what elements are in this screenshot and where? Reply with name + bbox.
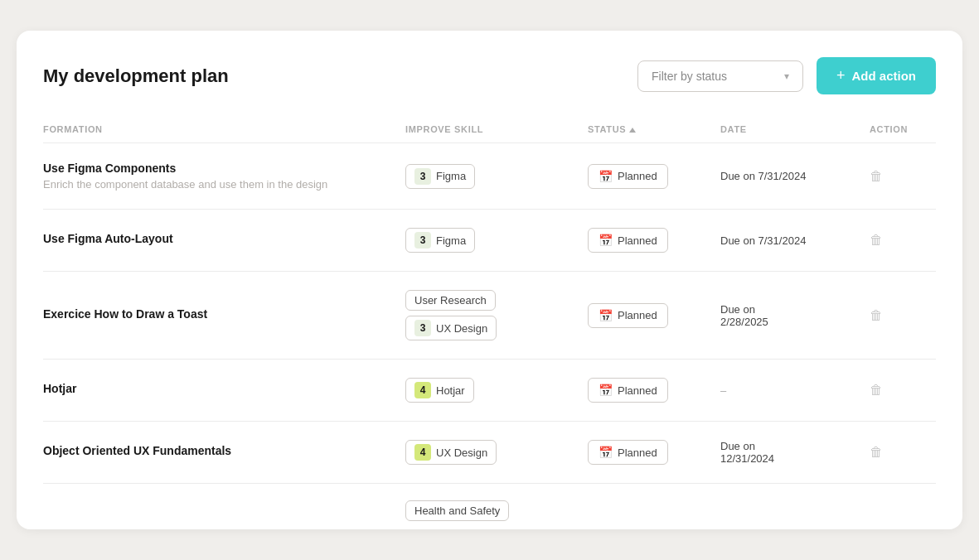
calendar-icon: 📅 xyxy=(599,446,613,459)
status-cell: 📅 Planned xyxy=(588,378,720,403)
page-title: My development plan xyxy=(43,65,229,87)
skill-level: 3 xyxy=(414,232,431,249)
skill-tags: 3 Figma xyxy=(405,228,588,253)
add-action-button[interactable]: + Add action xyxy=(817,57,936,94)
skill-tag: 3 Figma xyxy=(405,228,475,253)
table-row: Exercice How to Draw a Toast User Resear… xyxy=(43,272,936,360)
skill-name: Figma xyxy=(436,234,466,247)
formation-cell: Object Oriented UX Fundamentals xyxy=(43,444,405,461)
date-cell: Due on 7/31/2024 xyxy=(720,170,870,182)
skill-tag: 3 UX Design xyxy=(405,316,497,340)
status-label: Planned xyxy=(618,447,657,459)
formation-cell: Exercice How to Draw a Toast xyxy=(43,307,405,324)
status-label: Planned xyxy=(618,309,657,321)
delete-button[interactable]: 🗑 xyxy=(870,445,883,460)
skill-name: UX Design xyxy=(436,322,487,335)
delete-button[interactable]: 🗑 xyxy=(870,233,883,248)
page-header: My development plan Filter by status ▾ +… xyxy=(43,57,936,94)
status-badge: 📅 Planned xyxy=(588,228,668,253)
action-cell: 🗑 xyxy=(870,169,936,184)
date-cell: Due on12/31/2024 xyxy=(720,440,870,465)
status-badge: 📅 Planned xyxy=(588,303,668,328)
add-action-label: Add action xyxy=(852,69,917,83)
calendar-icon: 📅 xyxy=(599,384,613,397)
skill-level: 4 xyxy=(414,444,431,461)
skill-name: Hotjar xyxy=(436,384,465,397)
formation-cell: Use Figma Auto-Layout xyxy=(43,232,405,249)
date-cell: – xyxy=(720,384,870,397)
status-label: Planned xyxy=(618,384,657,397)
col-action: Action xyxy=(870,124,936,134)
formation-title: Object Oriented UX Fundamentals xyxy=(43,444,405,457)
col-date: Date xyxy=(720,124,870,134)
chevron-down-icon: ▾ xyxy=(784,70,789,82)
status-badge: 📅 Planned xyxy=(588,378,668,403)
delete-button[interactable]: 🗑 xyxy=(870,383,883,398)
formation-title: Use Figma Components xyxy=(43,162,405,175)
header-controls: Filter by status ▾ + Add action xyxy=(637,57,936,94)
formation-cell: Use Figma Components Enrich the componen… xyxy=(43,162,405,191)
table-row: Use Figma Components Enrich the componen… xyxy=(43,143,936,210)
skill-name: User Research xyxy=(414,294,487,307)
skill-name: UX Design xyxy=(436,447,487,459)
calendar-icon: 📅 xyxy=(599,309,613,322)
filter-placeholder: Filter by status xyxy=(652,70,727,83)
skill-tag: User Research xyxy=(405,290,496,311)
skill-level: 3 xyxy=(414,168,431,185)
skill-tags: 3 Figma xyxy=(405,164,588,189)
skill-tag: 4 UX Design xyxy=(405,440,497,465)
formation-title: Exercice How to Draw a Toast xyxy=(43,307,405,321)
status-cell: 📅 Planned xyxy=(588,440,720,465)
date-cell: Due on 7/31/2024 xyxy=(720,234,870,247)
skill-tags: Health and Safety xyxy=(405,500,588,521)
skill-name: Health and Safety xyxy=(414,504,500,517)
skill-name: Figma xyxy=(436,170,466,182)
col-formation: Formation xyxy=(43,124,405,134)
formation-cell: Hotjar xyxy=(43,382,405,398)
col-improve-skill: Improve Skill xyxy=(405,124,588,134)
col-status: Status xyxy=(588,124,720,134)
date-cell: Due on2/28/2025 xyxy=(720,303,870,328)
main-card: My development plan Filter by status ▾ +… xyxy=(17,31,962,529)
skill-tag: 3 Figma xyxy=(405,164,475,189)
skill-level: 4 xyxy=(414,382,431,398)
skill-tags: 4 UX Design xyxy=(405,440,588,465)
action-cell: 🗑 xyxy=(870,445,936,460)
filter-dropdown[interactable]: Filter by status ▾ xyxy=(637,60,803,92)
skill-tag: 4 Hotjar xyxy=(405,378,474,403)
partial-table-row: Health and Safety xyxy=(43,484,936,529)
delete-button[interactable]: 🗑 xyxy=(870,169,883,184)
skill-tags: 4 Hotjar xyxy=(405,378,588,403)
status-label: Planned xyxy=(618,234,657,247)
status-label: Planned xyxy=(618,170,657,182)
plus-icon: + xyxy=(836,67,846,84)
calendar-icon: 📅 xyxy=(599,170,613,183)
status-badge: 📅 Planned xyxy=(588,440,668,465)
status-cell: 📅 Planned xyxy=(588,303,720,328)
status-cell: 📅 Planned xyxy=(588,164,720,189)
table-row: Use Figma Auto-Layout 3 Figma 📅 Planned … xyxy=(43,210,936,272)
table-row: Hotjar 4 Hotjar 📅 Planned – 🗑 xyxy=(43,360,936,422)
skill-tags: User Research 3 UX Design xyxy=(405,290,588,340)
formation-subtitle: Enrich the component database and use th… xyxy=(43,178,405,191)
action-cell: 🗑 xyxy=(870,383,936,398)
skill-level: 3 xyxy=(414,320,431,336)
action-cell: 🗑 xyxy=(870,308,936,323)
table-row: Object Oriented UX Fundamentals 4 UX Des… xyxy=(43,422,936,484)
sort-icon[interactable] xyxy=(629,128,636,133)
status-badge: 📅 Planned xyxy=(588,164,668,189)
formation-title: Hotjar xyxy=(43,382,405,395)
action-cell: 🗑 xyxy=(870,233,936,248)
calendar-icon: 📅 xyxy=(599,234,613,247)
formation-title: Use Figma Auto-Layout xyxy=(43,232,405,245)
status-cell: 📅 Planned xyxy=(588,228,720,253)
table-header: Formation Improve Skill Status Date Acti… xyxy=(43,118,936,143)
skill-tag: Health and Safety xyxy=(405,500,509,521)
delete-button[interactable]: 🗑 xyxy=(870,308,883,323)
